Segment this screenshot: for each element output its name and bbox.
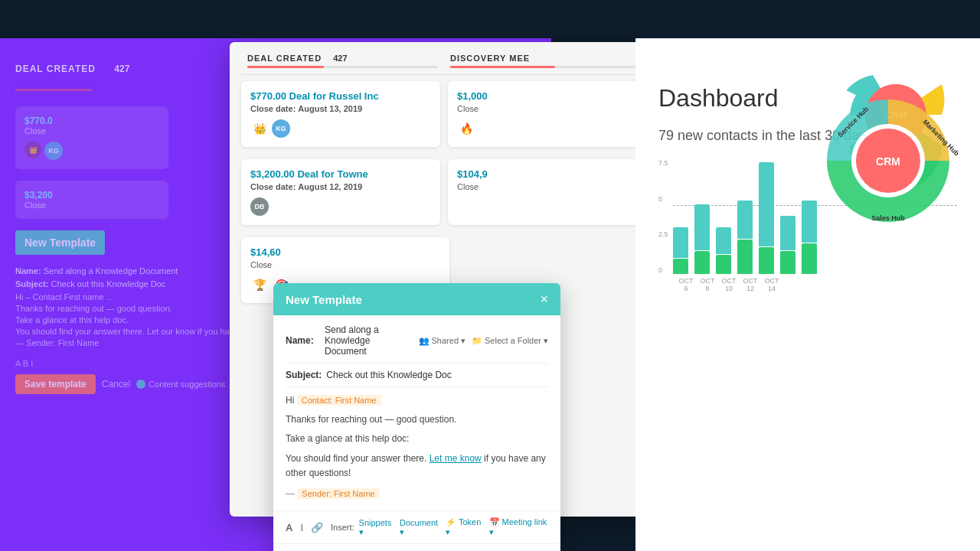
chevron-icon: ▾ [461,336,466,346]
chart-y-5: 5 [658,195,668,203]
deal-card-1-close: Close date: August 13, 2019 [250,104,431,113]
modal-header: New Template × [273,283,560,315]
link-icon[interactable]: 🔗 [311,522,323,533]
chart-y-0: 0 [658,266,668,274]
body-line2: Take a glance at this help doc: [286,432,548,446]
chart-x-oct12: OCT 12 [743,277,758,292]
avatar-kg: KG [272,119,290,138]
avatar-db: DB [250,197,269,216]
snippets-chevron: ▾ [359,527,364,536]
meeting-link-label: Meeting link [502,517,547,527]
avatar-fire: 🔥 [457,119,475,138]
footer-toolbar: A I 🔗 Insert: Snippets ▾ Document ▾ ⚡ To… [273,510,560,543]
bg-save-btn[interactable]: Save template [15,374,96,394]
meeting-link[interactable]: 📅 Meeting link ▾ [489,517,548,537]
bg-new-template-btn[interactable]: New Template [15,230,105,255]
shared-label: Shared [432,336,459,345]
deals-col2-header: DISCOVERY MEE [450,54,530,63]
italic-icon[interactable]: I [300,522,303,533]
chart-x-oct10: OCT 10 [721,277,737,292]
dashboard-panel: Dashboard 79 new contacts in the last 30… [635,0,980,551]
new-template-modal: New Template × Name: Send along a Knowle… [273,283,560,551]
deal-card-5-close: Close [250,260,440,269]
deal-card-3-close: Close [457,104,638,113]
modal-close-button[interactable]: × [540,292,548,306]
modal-body: Name: Send along a Knowledge Document 👥 … [273,315,560,510]
bar-group-6 [780,216,795,274]
snippets-link[interactable]: Snippets ▾ [359,518,395,537]
deal-card-4-amount: $104,9 [457,168,638,180]
name-value: Send along a Knowledge Document [325,324,414,357]
deal-card-4-close: Close [457,182,638,191]
users-icon: 👥 [419,336,430,346]
avatar-emoji2: 🏆 [250,276,269,294]
bg-content-suggestions: Content suggestions [149,380,225,389]
donut-chart-overlay: CRM Service Hub Marketing Hub Sales Hub [812,84,965,237]
deal-card-2[interactable]: $3,200.00 Deal for Towne Close date: Aug… [241,159,440,225]
bg-deal-created-label: DEAL CREATED [15,64,96,74]
subject-field-row: Subject: Check out this Knowledge Doc [286,370,548,387]
folder-label: Select a Folder [485,336,541,345]
token-chevron: ▾ [446,527,450,536]
chart-x-oct14: OCT 14 [764,277,779,292]
chart-y-75: 7.5 [658,159,668,167]
token-icon: ⚡ [446,517,456,527]
deals-col1-count: 427 [333,54,347,63]
bg-cancel-btn[interactable]: Cancel [102,379,130,390]
document-link[interactable]: Document ▾ [400,518,441,537]
chart-x-oct6: OCT 6 [678,277,694,292]
deal-card-4[interactable]: $104,9 Close [448,159,647,225]
bar-group-3 [716,227,731,274]
chart-x-oct8: OCT 8 [700,277,715,292]
deal-card-3[interactable]: $1,000 Close 🔥 [448,81,647,147]
insert-section: Insert: Snippets ▾ Document ▾ ⚡ Token ▾ … [331,517,548,537]
folder-icon: 📁 [472,336,482,346]
deal-card-1-amount: $770.00 Deal for Russel Inc [250,90,431,102]
deal-card-1[interactable]: $770.00 Deal for Russel Inc Close date: … [241,81,440,147]
bg-name-label: Name: [15,266,41,276]
subject-label: Subject: [286,370,322,380]
name-field-row: Name: Send along a Knowledge Document 👥 … [286,324,548,357]
sales-hub-label: Sales Hub [871,214,905,222]
bold-icon[interactable]: A [286,522,292,533]
folder-dropdown[interactable]: 📁 Select a Folder ▾ [472,336,548,346]
token-link[interactable]: ⚡ Token ▾ [446,517,484,537]
hi-text: Hi [286,395,294,406]
body-line3: You should find your answer there. Let m… [286,452,548,481]
insert-label: Insert: [331,523,354,532]
document-label: Document [400,518,438,527]
bg-card2-close: Close [24,201,159,210]
deal-card-5-amount: $14,60 [250,246,440,258]
chart-y-25: 2.5 [658,230,668,238]
deal-card-2-amount: $3,200.00 Deal for Towne [250,168,431,180]
body-line3-text: You should find your answer there. [286,453,426,464]
sender-token[interactable]: Sender: First Name [297,488,379,499]
bg-subject-value: Check out this Knowledge Doc [51,279,165,289]
top-bar [0,0,980,38]
snippets-label: Snippets [359,518,392,527]
divider1 [286,363,548,364]
link-text[interactable]: Let me know [430,453,482,464]
bg-card2-amount: $3,200 [24,190,159,201]
modal-actions: Save template Cancel ✦ Content suggestio… [273,543,560,551]
body-line1: Thanks for reaching out — good question. [286,412,548,427]
subject-value: Check out this Knowledge Doc [326,370,548,380]
deals-col1-header: DEAL CREATED [247,54,322,63]
bg-card1-close: Close [24,126,159,135]
meeting-chevron: ▾ [489,527,494,536]
deal-card-2-close: Close date: August 12, 2019 [250,182,431,191]
calendar-icon: 📅 [489,517,500,527]
document-chevron: ▾ [400,527,404,536]
contact-token[interactable]: Contact: First Name [297,395,381,406]
shared-dropdown[interactable]: 👥 Shared ▾ [419,336,466,346]
bar-group-5 [759,162,774,274]
bar-group-4 [737,201,753,274]
modal-title: New Template [286,293,362,306]
bg-name-value: Send along a Knowledge Document [44,266,178,276]
bar-group-1 [673,227,688,274]
bg-subject-label: Subject: [15,279,48,289]
template-body: Hi Contact: First Name Thanks for reachi… [286,393,548,501]
token-label: Token [459,517,481,527]
folder-chevron-icon: ▾ [544,336,548,346]
bar-group-2 [694,204,710,274]
